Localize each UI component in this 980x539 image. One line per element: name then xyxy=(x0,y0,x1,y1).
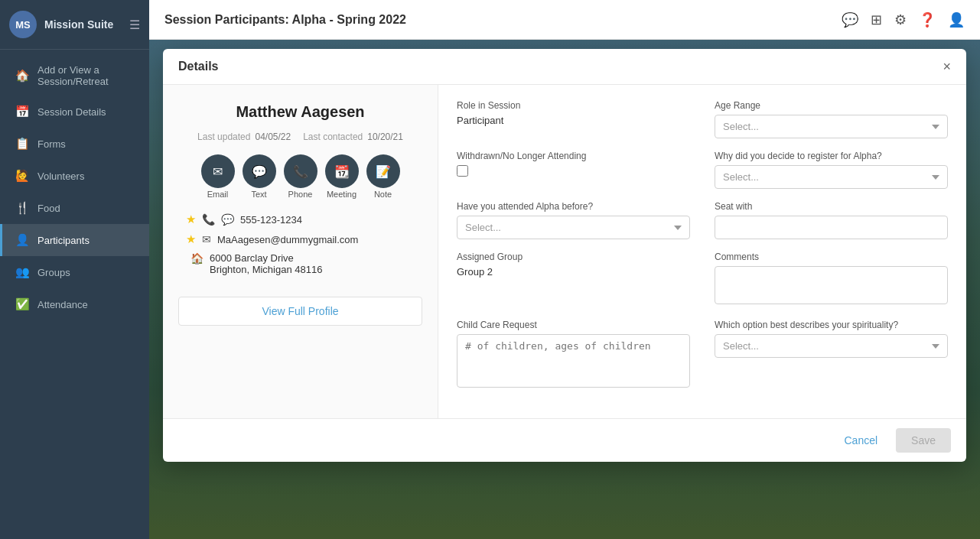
sidebar-item-food[interactable]: 🍴 Food xyxy=(0,192,149,224)
app-logo: MS xyxy=(9,11,37,38)
sidebar-item-label: Attendance xyxy=(37,299,88,310)
topbar: Session Participants: Alpha - Spring 202… xyxy=(149,0,980,40)
attendance-icon: ✅ xyxy=(15,297,30,312)
seat-with-label: Seat with xyxy=(715,201,948,212)
assigned-group-label: Assigned Group xyxy=(457,252,690,262)
sidebar-item-add-session[interactable]: 🏠 Add or View a Session/Retreat xyxy=(0,56,149,96)
withdrawn-checkbox-row xyxy=(457,165,690,177)
save-button[interactable]: Save xyxy=(896,428,951,453)
note-action: 📝 Note xyxy=(366,154,400,199)
role-value: Participant xyxy=(457,115,690,126)
text-action: 💬 Text xyxy=(243,154,276,199)
sms-icon: 💬 xyxy=(221,213,234,226)
email-star-icon: ★ xyxy=(186,232,196,246)
text-label: Text xyxy=(251,190,266,199)
child-care-textarea[interactable] xyxy=(457,334,690,388)
groups-icon: 👥 xyxy=(15,265,30,280)
sidebar-header: MS Mission Suite ☰ xyxy=(0,0,149,50)
comments-label: Comments xyxy=(715,252,948,262)
phone-action: 📞 Phone xyxy=(284,154,317,199)
session-details-icon: 📅 xyxy=(15,104,30,119)
sidebar-item-volunteers[interactable]: 🙋 Volunteers xyxy=(0,160,149,192)
settings-icon[interactable]: ⚙ xyxy=(894,11,907,28)
address-text: 6000 Barclay Drive Brighton, Michigan 48… xyxy=(210,252,322,275)
child-care-label: Child Care Request xyxy=(457,320,690,330)
last-updated-value: 04/05/22 xyxy=(255,132,291,142)
phone-star-icon: ★ xyxy=(186,213,196,226)
age-range-select[interactable]: Select... xyxy=(715,115,948,138)
seat-with-group: Seat with xyxy=(715,201,948,239)
withdrawn-label: Withdrawn/No Longer Attending xyxy=(457,151,690,161)
sidebar-item-attendance[interactable]: ✅ Attendance xyxy=(0,288,149,320)
comments-group: Comments xyxy=(715,252,948,307)
modal-footer: Cancel Save xyxy=(163,418,966,462)
profile-icon[interactable]: 👤 xyxy=(948,11,965,28)
page-title: Session Participants: Alpha - Spring 202… xyxy=(164,13,842,27)
email-row: ★ ✉ MaAagesen@dummygmail.com xyxy=(178,232,422,246)
email-action: ✉ Email xyxy=(201,154,235,199)
last-contacted-value: 10/20/21 xyxy=(367,132,403,142)
phone-number: 555-123-1234 xyxy=(240,214,302,226)
last-contacted-label: Last contacted xyxy=(303,132,363,142)
register-reason-group: Why did you decide to register for Alpha… xyxy=(715,151,948,189)
modal-body: Matthew Aagesen Last updated 04/05/22 La… xyxy=(163,85,966,418)
address-row: 🏠 6000 Barclay Drive Brighton, Michigan … xyxy=(178,252,422,275)
sidebar-item-session-details[interactable]: 📅 Session Details xyxy=(0,96,149,128)
note-label: Note xyxy=(374,190,392,199)
attended-before-select[interactable]: Select... xyxy=(457,216,690,239)
spirituality-label: Which option best describes your spiritu… xyxy=(715,320,948,330)
sidebar-item-label: Groups xyxy=(37,267,70,278)
attended-before-group: Have you attended Alpha before? Select..… xyxy=(457,201,690,239)
sidebar: MS Mission Suite ☰ 🏠 Add or View a Sessi… xyxy=(0,0,149,539)
modal-header: Details × xyxy=(163,49,966,85)
close-icon[interactable]: × xyxy=(943,60,951,73)
meeting-action: 📆 Meeting xyxy=(325,154,359,199)
content-area: Details × Matthew Aagesen Last updated 0… xyxy=(149,40,980,539)
phone-icon: 📞 xyxy=(202,213,215,226)
seat-with-input[interactable] xyxy=(715,216,948,239)
view-full-profile-button[interactable]: View Full Profile xyxy=(178,297,422,326)
modal-title: Details xyxy=(178,60,943,73)
phone-label: Phone xyxy=(288,190,313,199)
phone-row: ★ 📞 💬 555-123-1234 xyxy=(178,213,422,226)
meeting-button[interactable]: 📆 xyxy=(325,154,359,188)
action-buttons: ✉ Email 💬 Text 📞 Phone xyxy=(201,154,400,199)
grid-icon[interactable]: ⊞ xyxy=(871,11,882,28)
text-button[interactable]: 💬 xyxy=(243,154,276,188)
note-button[interactable]: 📝 xyxy=(366,154,400,188)
food-icon: 🍴 xyxy=(15,200,30,216)
spirituality-select[interactable]: Select... xyxy=(715,334,948,358)
age-range-group: Age Range Select... xyxy=(715,100,948,138)
role-label: Role in Session xyxy=(457,100,690,111)
email-label: Email xyxy=(207,190,229,199)
volunteers-icon: 🙋 xyxy=(15,168,30,183)
comments-textarea[interactable] xyxy=(715,266,948,304)
sidebar-item-label: Add or View a Session/Retreat xyxy=(37,64,137,87)
sidebar-item-label: Forms xyxy=(37,138,66,150)
sidebar-item-label: Food xyxy=(37,203,60,214)
sidebar-item-groups[interactable]: 👥 Groups xyxy=(0,256,149,288)
sidebar-item-participants[interactable]: 👤 Participants xyxy=(0,224,149,256)
spirituality-group: Which option best describes your spiritu… xyxy=(715,320,948,391)
sidebar-toggle-icon[interactable]: ☰ xyxy=(129,18,140,32)
sidebar-item-label: Volunteers xyxy=(37,170,84,182)
email-address: MaAagesen@dummygmail.com xyxy=(217,234,358,245)
topbar-icons: 💬 ⊞ ⚙ ❓ 👤 xyxy=(842,11,965,28)
register-reason-select[interactable]: Select... xyxy=(715,165,948,189)
assigned-group-group: Assigned Group Group 2 xyxy=(457,252,690,307)
address-icon: 🏠 xyxy=(190,252,203,265)
register-reason-label: Why did you decide to register for Alpha… xyxy=(715,151,948,161)
right-panel: Role in Session Participant Age Range Se… xyxy=(438,85,966,418)
sidebar-item-forms[interactable]: 📋 Forms xyxy=(0,128,149,160)
withdrawn-checkbox[interactable] xyxy=(457,165,468,177)
sidebar-item-label: Session Details xyxy=(37,106,106,118)
person-meta: Last updated 04/05/22 Last contacted 10/… xyxy=(197,132,403,142)
phone-button[interactable]: 📞 xyxy=(284,154,317,188)
address-line2: Brighton, Michigan 48116 xyxy=(210,264,322,275)
attended-before-label: Have you attended Alpha before? xyxy=(457,201,690,212)
email-button[interactable]: ✉ xyxy=(201,154,235,188)
modal-overlay: Details × Matthew Aagesen Last updated 0… xyxy=(149,40,980,539)
cancel-button[interactable]: Cancel xyxy=(833,428,888,453)
messages-icon[interactable]: 💬 xyxy=(842,11,858,28)
help-icon[interactable]: ❓ xyxy=(919,11,936,28)
